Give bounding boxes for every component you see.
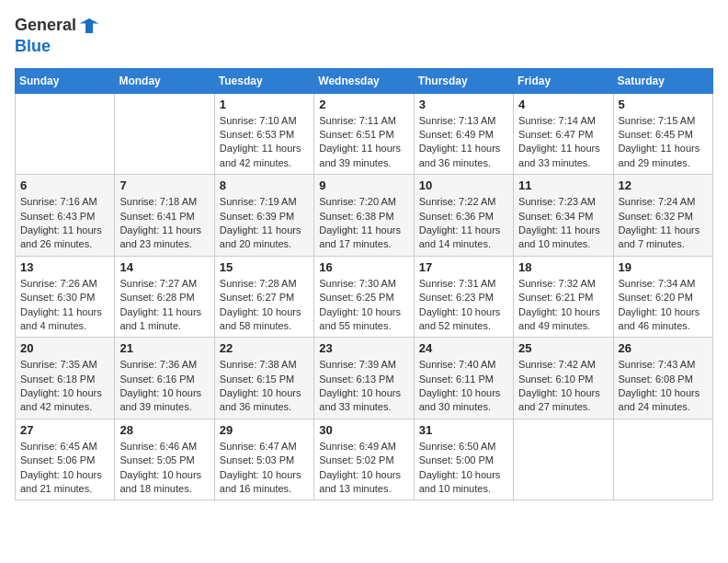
day-number: 16 [319, 260, 408, 274]
column-header-sunday: Sunday [16, 68, 115, 93]
day-number: 8 [220, 178, 309, 192]
day-number: 25 [518, 341, 608, 355]
calendar-cell: 1Sunrise: 7:10 AMSunset: 6:53 PMDaylight… [214, 93, 313, 175]
day-info: Sunrise: 7:42 AMSunset: 6:10 PMDaylight:… [518, 358, 608, 415]
calendar-cell: 7Sunrise: 7:18 AMSunset: 6:41 PMDaylight… [115, 175, 214, 257]
day-info: Sunrise: 7:13 AMSunset: 6:49 PMDaylight:… [419, 114, 508, 171]
week-row-3: 13Sunrise: 7:26 AMSunset: 6:30 PMDayligh… [16, 256, 713, 338]
logo-general: General [15, 16, 76, 34]
day-number: 26 [619, 341, 708, 355]
day-info: Sunrise: 6:50 AMSunset: 5:00 PMDaylight:… [419, 440, 508, 497]
page-header: General Blue [15, 15, 713, 57]
day-number: 14 [119, 260, 209, 274]
day-info: Sunrise: 7:36 AMSunset: 6:16 PMDaylight:… [119, 358, 209, 415]
day-number: 2 [319, 98, 408, 111]
day-number: 15 [220, 260, 309, 274]
calendar-cell: 5Sunrise: 7:15 AMSunset: 6:45 PMDaylight… [613, 93, 712, 175]
calendar-cell: 4Sunrise: 7:14 AMSunset: 6:47 PMDaylight… [514, 93, 613, 175]
day-info: Sunrise: 7:26 AMSunset: 6:30 PMDaylight:… [20, 277, 109, 334]
day-number: 21 [119, 341, 209, 355]
calendar-cell: 11Sunrise: 7:23 AMSunset: 6:34 PMDayligh… [514, 175, 613, 257]
day-number: 30 [319, 423, 408, 437]
calendar-cell: 6Sunrise: 7:16 AMSunset: 6:43 PMDaylight… [16, 175, 115, 257]
column-header-thursday: Thursday [414, 68, 513, 93]
calendar-cell [514, 419, 613, 500]
calendar-cell: 8Sunrise: 7:19 AMSunset: 6:39 PMDaylight… [214, 175, 313, 257]
calendar-cell: 27Sunrise: 6:45 AMSunset: 5:06 PMDayligh… [16, 419, 115, 500]
column-header-saturday: Saturday [613, 68, 712, 93]
calendar-cell: 29Sunrise: 6:47 AMSunset: 5:03 PMDayligh… [214, 419, 313, 500]
day-number: 12 [619, 178, 708, 192]
calendar-cell: 9Sunrise: 7:20 AMSunset: 6:38 PMDaylight… [314, 175, 414, 257]
day-info: Sunrise: 7:22 AMSunset: 6:36 PMDaylight:… [419, 195, 508, 252]
calendar-cell: 2Sunrise: 7:11 AMSunset: 6:51 PMDaylight… [314, 93, 414, 175]
logo-bird-icon [78, 15, 100, 37]
day-info: Sunrise: 7:30 AMSunset: 6:25 PMDaylight:… [319, 277, 408, 334]
day-number: 18 [518, 260, 608, 274]
day-info: Sunrise: 7:38 AMSunset: 6:15 PMDaylight:… [220, 358, 309, 415]
day-number: 13 [20, 260, 109, 274]
day-number: 31 [419, 423, 508, 437]
calendar-cell: 13Sunrise: 7:26 AMSunset: 6:30 PMDayligh… [16, 256, 115, 338]
calendar-cell [16, 93, 115, 175]
week-row-2: 6Sunrise: 7:16 AMSunset: 6:43 PMDaylight… [16, 175, 713, 257]
calendar-header-row: SundayMondayTuesdayWednesdayThursdayFrid… [16, 68, 713, 93]
day-number: 10 [419, 178, 508, 192]
day-info: Sunrise: 7:43 AMSunset: 6:08 PMDaylight:… [619, 358, 708, 415]
day-number: 7 [119, 178, 209, 192]
calendar-cell: 17Sunrise: 7:31 AMSunset: 6:23 PMDayligh… [414, 256, 513, 338]
calendar-table: SundayMondayTuesdayWednesdayThursdayFrid… [15, 68, 713, 501]
calendar-cell: 22Sunrise: 7:38 AMSunset: 6:15 PMDayligh… [214, 338, 313, 419]
logo-blue: Blue [15, 37, 51, 55]
day-number: 1 [220, 98, 309, 111]
week-row-5: 27Sunrise: 6:45 AMSunset: 5:06 PMDayligh… [16, 419, 713, 500]
day-info: Sunrise: 7:16 AMSunset: 6:43 PMDaylight:… [20, 195, 109, 252]
calendar-cell: 16Sunrise: 7:30 AMSunset: 6:25 PMDayligh… [314, 256, 414, 338]
day-number: 28 [119, 423, 209, 437]
calendar-cell: 10Sunrise: 7:22 AMSunset: 6:36 PMDayligh… [414, 175, 513, 257]
calendar-cell: 24Sunrise: 7:40 AMSunset: 6:11 PMDayligh… [414, 338, 513, 419]
day-number: 24 [419, 341, 508, 355]
calendar-cell: 15Sunrise: 7:28 AMSunset: 6:27 PMDayligh… [214, 256, 313, 338]
day-info: Sunrise: 7:20 AMSunset: 6:38 PMDaylight:… [319, 195, 408, 252]
calendar-cell: 19Sunrise: 7:34 AMSunset: 6:20 PMDayligh… [613, 256, 712, 338]
calendar-cell: 26Sunrise: 7:43 AMSunset: 6:08 PMDayligh… [613, 338, 712, 419]
calendar-cell: 30Sunrise: 6:49 AMSunset: 5:02 PMDayligh… [314, 419, 414, 500]
day-number: 29 [220, 423, 309, 437]
calendar-cell [613, 419, 712, 500]
day-number: 4 [518, 98, 608, 111]
day-info: Sunrise: 7:23 AMSunset: 6:34 PMDaylight:… [518, 195, 608, 252]
column-header-friday: Friday [514, 68, 613, 93]
calendar-cell [115, 93, 214, 175]
day-info: Sunrise: 7:19 AMSunset: 6:39 PMDaylight:… [220, 195, 309, 252]
day-number: 20 [20, 341, 109, 355]
calendar-cell: 14Sunrise: 7:27 AMSunset: 6:28 PMDayligh… [115, 256, 214, 338]
calendar-cell: 20Sunrise: 7:35 AMSunset: 6:18 PMDayligh… [16, 338, 115, 419]
calendar-cell: 23Sunrise: 7:39 AMSunset: 6:13 PMDayligh… [314, 338, 414, 419]
day-info: Sunrise: 7:24 AMSunset: 6:32 PMDaylight:… [619, 195, 708, 252]
day-number: 9 [319, 178, 408, 192]
week-row-4: 20Sunrise: 7:35 AMSunset: 6:18 PMDayligh… [16, 338, 713, 419]
day-number: 3 [419, 98, 508, 111]
day-info: Sunrise: 7:10 AMSunset: 6:53 PMDaylight:… [220, 114, 309, 171]
logo: General Blue [15, 15, 100, 57]
day-info: Sunrise: 6:47 AMSunset: 5:03 PMDaylight:… [220, 440, 309, 497]
day-info: Sunrise: 7:18 AMSunset: 6:41 PMDaylight:… [119, 195, 209, 252]
day-info: Sunrise: 7:39 AMSunset: 6:13 PMDaylight:… [319, 358, 408, 415]
day-number: 23 [319, 341, 408, 355]
calendar-cell: 18Sunrise: 7:32 AMSunset: 6:21 PMDayligh… [514, 256, 613, 338]
calendar-body: 1Sunrise: 7:10 AMSunset: 6:53 PMDaylight… [16, 93, 713, 500]
day-number: 17 [419, 260, 508, 274]
day-info: Sunrise: 7:35 AMSunset: 6:18 PMDaylight:… [20, 358, 109, 415]
day-number: 6 [20, 178, 109, 192]
calendar-cell: 3Sunrise: 7:13 AMSunset: 6:49 PMDaylight… [414, 93, 513, 175]
day-number: 27 [20, 423, 109, 437]
calendar-cell: 28Sunrise: 6:46 AMSunset: 5:05 PMDayligh… [115, 419, 214, 500]
day-info: Sunrise: 7:14 AMSunset: 6:47 PMDaylight:… [518, 114, 608, 171]
svg-marker-0 [80, 18, 99, 33]
day-info: Sunrise: 7:31 AMSunset: 6:23 PMDaylight:… [419, 277, 508, 334]
calendar-cell: 25Sunrise: 7:42 AMSunset: 6:10 PMDayligh… [514, 338, 613, 419]
day-info: Sunrise: 7:27 AMSunset: 6:28 PMDaylight:… [119, 277, 209, 334]
day-info: Sunrise: 7:15 AMSunset: 6:45 PMDaylight:… [619, 114, 708, 171]
calendar-cell: 21Sunrise: 7:36 AMSunset: 6:16 PMDayligh… [115, 338, 214, 419]
